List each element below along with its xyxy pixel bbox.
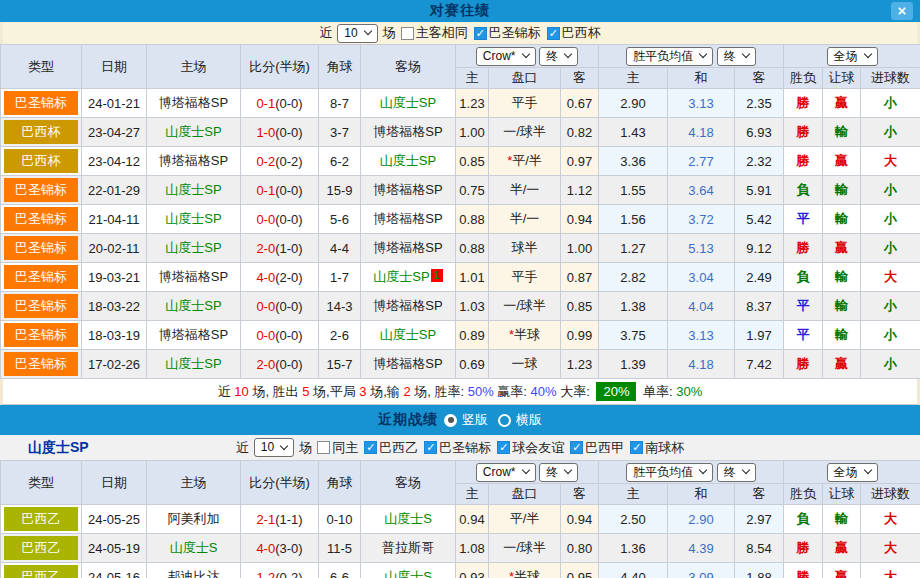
checkbox-label: 巴西乙: [379, 439, 418, 457]
filter-checkbox[interactable]: 球会友谊: [497, 439, 564, 457]
match-row: 巴西乙24-05-16邦迪比达1-2(0-2)6-6山度士S0.93*半球0.9…: [1, 563, 920, 578]
match-date: 21-04-11: [82, 205, 147, 234]
match-date: 20-02-11: [82, 234, 147, 263]
match-date: 18-03-22: [82, 292, 147, 321]
avg-home: 1.27: [599, 234, 668, 263]
layout-radio[interactable]: 竖版: [444, 411, 488, 429]
filter-checkbox[interactable]: 巴西乙: [364, 439, 418, 457]
result-outcome: 勝: [784, 350, 823, 379]
result-outcome: 勝: [784, 118, 823, 147]
select-value: 胜平负均值: [633, 49, 693, 63]
home-team: 山度士SP: [147, 118, 241, 147]
away-team-name: 山度士SP: [373, 269, 429, 284]
match-score: 4-0(2-0): [241, 263, 319, 292]
league-cell: 巴圣锦标: [1, 205, 82, 234]
home-team: 博塔福格SP: [147, 321, 241, 350]
col-odds-away: 客: [561, 484, 599, 505]
away-team: 山度士SP: [361, 89, 456, 118]
league-badge: 巴西乙: [4, 565, 78, 578]
filter-checkbox[interactable]: 巴圣锦标: [424, 439, 491, 457]
avg-type-select[interactable]: 胜平负均值: [626, 463, 713, 482]
away-team-name: 山度士SP: [380, 95, 436, 110]
match-row: 巴西杯23-04-27山度士SP1-0(0-0)3-7博塔福格SP1.00一/球…: [1, 118, 920, 147]
odds-final-select[interactable]: 终: [539, 47, 578, 66]
result-handicap: 輸: [823, 176, 861, 205]
avg-final-select[interactable]: 终: [717, 47, 756, 66]
avg-draw: 2.77: [668, 147, 735, 176]
col-away: 客场: [361, 461, 456, 505]
summary-stat: 10: [234, 384, 248, 399]
red-card-badge: 1: [431, 269, 443, 282]
match-score: 0-1(0-0): [241, 89, 319, 118]
result-goals: 大: [861, 563, 920, 578]
summary-stat: 40%: [531, 384, 557, 399]
home-team: 山度士S: [147, 534, 241, 563]
filter-checkbox[interactable]: 巴西甲: [570, 439, 624, 457]
result-handicap: 輸: [823, 118, 861, 147]
avg-home: 1.55: [599, 176, 668, 205]
league-cell: 巴西乙: [1, 563, 82, 578]
home-team: 山度士SP: [147, 234, 241, 263]
odds-away: 0.97: [561, 147, 599, 176]
home-team: 山度士SP: [147, 205, 241, 234]
select-value: Crow*: [483, 49, 516, 63]
h2h-summary: 近 10 场, 胜出 5 场,平局 3 场,输 2 场, 胜率: 50% 赢率:…: [0, 379, 920, 405]
chevron-down-icon: [363, 27, 371, 35]
away-team: 山度士S: [361, 563, 456, 578]
filter-checkbox[interactable]: 南球杯: [630, 439, 684, 457]
handicap-line-text: 半球: [514, 327, 540, 342]
col-result-outcome: 胜负: [784, 68, 823, 89]
filter-checkbox[interactable]: 主客相同: [401, 24, 468, 42]
radio-label: 横版: [516, 411, 542, 429]
odds-away: 1.23: [561, 350, 599, 379]
odds-away: 0.82: [561, 118, 599, 147]
checkbox-label: 巴圣锦标: [439, 439, 491, 457]
odds-company-select[interactable]: Crow*: [476, 463, 536, 482]
corner-score: 15-7: [319, 350, 361, 379]
close-button[interactable]: ×: [891, 2, 913, 20]
chevron-down-icon: [742, 50, 750, 58]
col-date: 日期: [82, 461, 147, 505]
h2h-near-games-select[interactable]: 10: [337, 24, 377, 43]
result-goals: 大: [861, 147, 920, 176]
away-team-name: 博塔福格SP: [373, 124, 442, 139]
filter-checkbox[interactable]: 巴圣锦标: [474, 24, 541, 42]
match-date: 18-03-19: [82, 321, 147, 350]
avg-home: 2.50: [599, 505, 668, 534]
away-team-name: 博塔福格SP: [373, 211, 442, 226]
result-goals: 小: [861, 234, 920, 263]
handicap-line-text: 一球: [512, 356, 538, 371]
away-team-name: 山度士S: [384, 569, 432, 578]
result-outcome: 勝: [784, 563, 823, 578]
odds-final-select[interactable]: 终: [539, 463, 578, 482]
recent-near-games-select[interactable]: 10: [254, 438, 294, 457]
league-cell: 巴圣锦标: [1, 292, 82, 321]
select-value: 10: [261, 440, 274, 454]
avg-draw: 4.18: [668, 118, 735, 147]
avg-type-select[interactable]: 胜平负均值: [626, 47, 713, 66]
scope-select[interactable]: 全场: [827, 47, 878, 66]
avg-away: 1.88: [735, 563, 784, 578]
col-result-goals: 进球数: [861, 68, 920, 89]
scope-select[interactable]: 全场: [827, 463, 878, 482]
result-handicap: 輸: [823, 505, 861, 534]
match-date: 23-04-27: [82, 118, 147, 147]
corner-score: 14-3: [319, 292, 361, 321]
odds-away: 0.94: [561, 205, 599, 234]
avg-draw: 3.13: [668, 321, 735, 350]
avg-away: 9.12: [735, 234, 784, 263]
checkbox-label: 球会友谊: [512, 439, 564, 457]
avg-final-select[interactable]: 终: [717, 463, 756, 482]
team-name-label: 山度士SP: [28, 439, 89, 457]
fulltime-score: 0-1: [256, 96, 275, 111]
odds-handicap-line: 一/球半: [489, 534, 561, 563]
result-handicap: 贏: [823, 147, 861, 176]
layout-radio[interactable]: 横版: [498, 411, 542, 429]
filter-checkbox[interactable]: 巴西杯: [547, 24, 601, 42]
odds-company-select[interactable]: Crow*: [476, 47, 536, 66]
checkbox-checked-icon: [364, 441, 377, 454]
summary-text: 场, 胜出: [249, 383, 302, 401]
filter-checkbox[interactable]: 同主: [317, 439, 358, 457]
result-goals: 大: [861, 505, 920, 534]
home-team: 阿美利加: [147, 505, 241, 534]
